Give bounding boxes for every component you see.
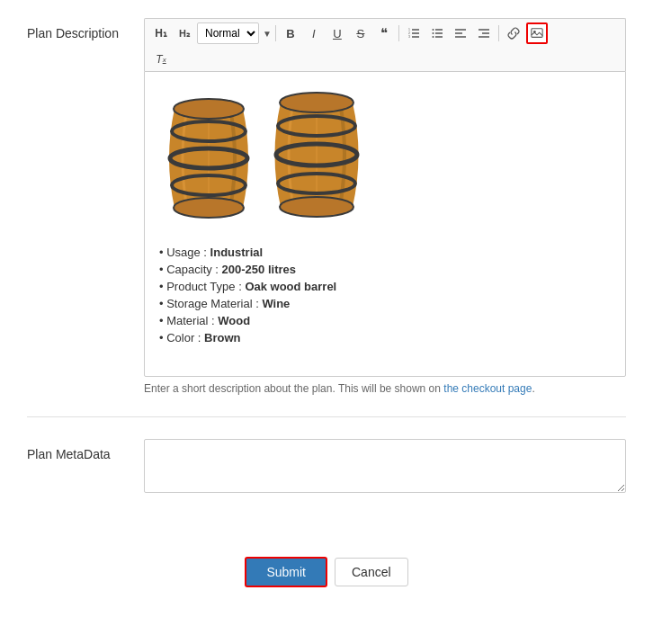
plan-description-field: H₁ H₂ Normal ▼ B I U S ❝ [144,18,626,395]
hint-text: Enter a short description about the plan… [144,382,626,395]
hint-link[interactable]: the checkout page [443,382,532,395]
toolbar-sep-1 [275,25,276,41]
unordered-list-icon [431,27,443,40]
plan-description-row: Plan Description H₁ H₂ Normal ▼ B I U S … [27,18,626,417]
editor-content-area[interactable]: Usage : Industrial Capacity : 200-250 li… [144,71,626,377]
h2-button[interactable]: H₂ [174,22,195,44]
plan-metadata-label: Plan MetaData [27,439,144,464]
submit-button[interactable]: Submit [245,557,327,587]
bold-button[interactable]: B [280,22,301,44]
cancel-button[interactable]: Cancel [335,558,408,586]
plan-metadata-row: Plan MetaData [27,439,626,517]
image-icon [531,27,543,40]
svg-point-27 [174,100,243,118]
svg-point-10 [432,32,434,34]
align-right-button[interactable] [473,22,495,44]
bullet-value: 200-250 litres [222,263,296,276]
clear-format-button[interactable]: Tx [150,49,172,69]
italic-button[interactable]: I [303,22,325,44]
editor-toolbar-row2: Tx [144,48,626,71]
bullet-label: Capacity : [166,263,221,276]
list-item: Usage : Industrial [159,244,611,261]
ordered-list-button[interactable]: 1 2 3 [403,22,425,44]
bullet-label: Material : [166,314,218,327]
form-buttons: Submit Cancel [27,539,626,596]
ordered-list-icon: 1 2 3 [407,27,420,40]
underline-button[interactable]: U [326,22,348,44]
toolbar-sep-2 [398,25,399,41]
barrel-image-2 [267,86,366,226]
align-left-icon [454,27,467,40]
bullet-value: Wood [218,314,250,327]
bullet-value: Industrial [210,246,264,259]
bullet-label: Color : [166,331,204,344]
list-item: Storage Material : Wine [159,295,611,312]
plan-description-label: Plan Description [27,18,144,43]
product-details-list: Usage : Industrial Capacity : 200-250 li… [159,244,611,346]
svg-text:3: 3 [408,35,410,39]
h1-button[interactable]: H₁ [150,22,172,44]
svg-rect-18 [532,29,542,38]
align-right-icon [478,27,490,40]
editor-toolbar-row1: H₁ H₂ Normal ▼ B I U S ❝ [144,18,626,48]
image-button[interactable] [526,22,548,44]
svg-point-34 [281,198,353,216]
quote-button[interactable]: ❝ [373,22,395,44]
dropdown-arrow: ▼ [263,29,272,39]
link-button[interactable] [503,22,524,44]
strike-button[interactable]: S [350,22,371,44]
svg-point-11 [432,36,434,38]
svg-point-35 [281,94,353,112]
list-item: Capacity : 200-250 litres [159,261,611,278]
barrel-images [159,86,611,226]
link-icon [507,27,520,40]
bullet-label: Product Type : [166,280,245,293]
list-item: Color : Brown [159,329,611,346]
format-select[interactable]: Normal [197,22,259,44]
plan-metadata-field [144,439,626,496]
svg-point-26 [174,199,243,217]
bullet-label: Storage Material : [166,297,262,310]
toolbar-sep-3 [498,25,499,41]
metadata-input[interactable] [144,439,626,493]
bullet-value: Wine [262,297,290,310]
bullet-value: Brown [204,331,240,344]
align-left-button[interactable] [450,22,471,44]
unordered-list-button[interactable] [426,22,448,44]
bullet-value: Oak wood barrel [245,280,336,293]
bullet-label: Usage : [166,246,210,259]
svg-point-9 [432,29,434,31]
barrel-image-1 [159,91,258,226]
list-item: Material : Wood [159,312,611,329]
list-item: Product Type : Oak wood barrel [159,278,611,295]
